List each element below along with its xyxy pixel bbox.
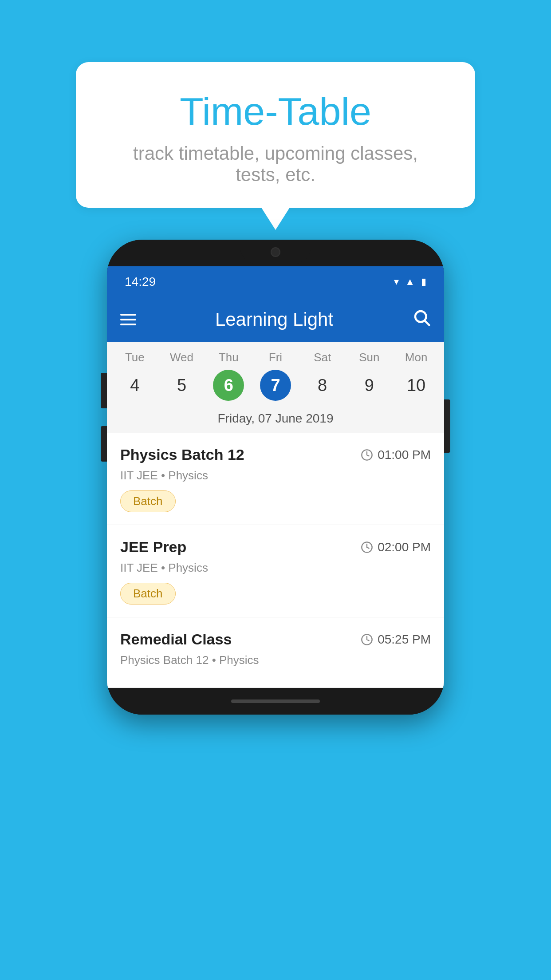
time-text: 01:00 PM <box>378 448 431 462</box>
schedule-item-header: JEE Prep02:00 PM <box>120 538 431 556</box>
power-button <box>444 399 450 453</box>
day-name: Sat <box>314 351 331 364</box>
day-number[interactable]: 6 <box>213 370 244 401</box>
signal-icon: ▲ <box>405 276 415 288</box>
schedule-subtitle: IIT JEE • Physics <box>120 469 431 482</box>
calendar-strip: Tue4Wed5Thu6Fri7Sat8Sun9Mon10 Friday, 07… <box>107 342 444 433</box>
calendar-day-sun[interactable]: Sun9 <box>349 351 389 401</box>
day-name: Mon <box>405 351 428 364</box>
phone-wrapper: 14:29 ▾ ▲ ▮ <box>107 240 444 715</box>
schedule-item[interactable]: Remedial Class05:25 PMPhysics Batch 12 •… <box>107 617 444 688</box>
day-name: Tue <box>125 351 145 364</box>
status-time: 14:29 <box>125 275 156 289</box>
time-text: 02:00 PM <box>378 540 431 554</box>
schedule-item[interactable]: Physics Batch 1201:00 PMIIT JEE • Physic… <box>107 433 444 525</box>
batch-badge: Batch <box>120 583 176 605</box>
phone-screen: 14:29 ▾ ▲ ▮ <box>107 266 444 688</box>
search-button[interactable] <box>412 308 431 331</box>
schedule-subtitle: Physics Batch 12 • Physics <box>120 653 431 667</box>
schedule-title: JEE Prep <box>120 538 186 556</box>
schedule-list: Physics Batch 1201:00 PMIIT JEE • Physic… <box>107 433 444 688</box>
days-row: Tue4Wed5Thu6Fri7Sat8Sun9Mon10 <box>107 351 444 401</box>
schedule-item[interactable]: JEE Prep02:00 PMIIT JEE • PhysicsBatch <box>107 525 444 617</box>
day-number[interactable]: 7 <box>260 370 291 401</box>
bubble-subtitle: track timetable, upcoming classes, tests… <box>111 143 440 186</box>
front-camera <box>271 247 280 257</box>
phone-bottom-bezel <box>107 688 444 715</box>
speech-bubble: Time-Table track timetable, upcoming cla… <box>76 62 475 208</box>
clock-icon <box>361 633 373 646</box>
wifi-icon: ▾ <box>394 276 399 288</box>
day-number[interactable]: 8 <box>307 370 338 401</box>
home-indicator <box>231 699 320 703</box>
top-section: Time-Table track timetable, upcoming cla… <box>0 0 551 208</box>
calendar-day-sat[interactable]: Sat8 <box>303 351 342 401</box>
volume-down-button <box>101 426 107 462</box>
app-title: Learning Light <box>150 309 399 330</box>
time-text: 05:25 PM <box>378 632 431 647</box>
day-name: Sun <box>359 351 379 364</box>
day-number[interactable]: 10 <box>401 370 432 401</box>
bubble-title: Time-Table <box>111 89 440 134</box>
calendar-day-thu[interactable]: Thu6 <box>209 351 248 401</box>
battery-icon: ▮ <box>421 276 426 288</box>
calendar-day-fri[interactable]: Fri7 <box>256 351 295 401</box>
status-icons: ▾ ▲ ▮ <box>394 276 426 288</box>
schedule-time: 01:00 PM <box>361 448 431 462</box>
app-bar: Learning Light <box>107 297 444 342</box>
phone-notch <box>240 240 311 264</box>
phone-top-bezel <box>107 240 444 266</box>
day-name: Wed <box>170 351 193 364</box>
calendar-day-mon[interactable]: Mon10 <box>396 351 436 401</box>
selected-date-label: Friday, 07 June 2019 <box>107 405 444 433</box>
menu-button[interactable] <box>120 314 136 325</box>
schedule-item-header: Remedial Class05:25 PM <box>120 631 431 648</box>
schedule-time: 05:25 PM <box>361 632 431 647</box>
calendar-day-tue[interactable]: Tue4 <box>115 351 155 401</box>
day-number[interactable]: 9 <box>354 370 385 401</box>
svg-line-1 <box>425 321 429 325</box>
day-name: Thu <box>219 351 239 364</box>
day-number[interactable]: 5 <box>166 370 197 401</box>
clock-icon <box>361 541 373 553</box>
status-bar: 14:29 ▾ ▲ ▮ <box>107 266 444 297</box>
schedule-time: 02:00 PM <box>361 540 431 554</box>
schedule-subtitle: IIT JEE • Physics <box>120 561 431 575</box>
calendar-day-wed[interactable]: Wed5 <box>162 351 202 401</box>
schedule-title: Physics Batch 12 <box>120 446 244 463</box>
volume-up-button <box>101 373 107 408</box>
phone-frame: 14:29 ▾ ▲ ▮ <box>107 240 444 715</box>
phone-container: 14:29 ▾ ▲ ▮ <box>107 240 444 715</box>
schedule-item-header: Physics Batch 1201:00 PM <box>120 446 431 463</box>
batch-badge: Batch <box>120 490 176 512</box>
schedule-title: Remedial Class <box>120 631 232 648</box>
day-name: Fri <box>269 351 282 364</box>
day-number[interactable]: 4 <box>119 370 150 401</box>
clock-icon <box>361 449 373 461</box>
